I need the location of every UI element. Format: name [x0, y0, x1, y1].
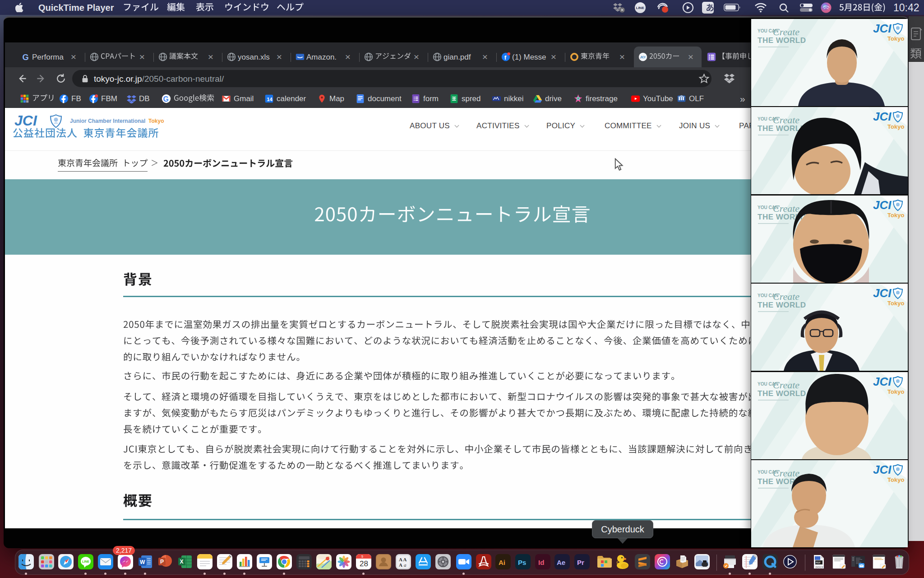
svg-text:Tokyo: Tokyo — [887, 388, 904, 395]
svg-text:G: G — [163, 95, 169, 103]
svg-text:A A: A A — [399, 557, 407, 562]
svg-text:X: X — [180, 559, 184, 565]
svg-text:JCI: JCI — [873, 22, 892, 35]
svg-text:JCI: JCI — [873, 286, 892, 300]
svg-text:JCI: JCI — [873, 198, 892, 212]
svg-text:a: a — [404, 562, 407, 568]
svg-text:Tokyo: Tokyo — [887, 476, 904, 483]
svg-text:JCI: JCI — [873, 463, 892, 476]
svg-text:W: W — [140, 559, 145, 565]
svg-text:THE WORLD: THE WORLD — [758, 301, 806, 309]
svg-text:A: A — [399, 562, 402, 568]
svg-text:JCI: JCI — [873, 375, 892, 388]
svg-text:Ae: Ae — [557, 559, 565, 566]
svg-text:THE WORLD: THE WORLD — [758, 36, 806, 45]
svg-text:Tokyo: Tokyo — [887, 212, 904, 219]
svg-text:Ps: Ps — [518, 559, 526, 566]
svg-text:JCI: JCI — [873, 110, 892, 123]
svg-text:Id: Id — [538, 559, 544, 566]
svg-text:P: P — [160, 559, 164, 565]
svg-text:LINE: LINE — [636, 6, 645, 10]
svg-text:.DOCX: .DOCX — [815, 566, 823, 569]
svg-text:Tokyo: Tokyo — [887, 35, 904, 42]
svg-text:Ai: Ai — [499, 559, 505, 566]
svg-text:5: 5 — [361, 555, 363, 558]
svg-text:Tokyo: Tokyo — [887, 300, 904, 307]
svg-text:14: 14 — [267, 97, 273, 102]
svg-text:Tokyo: Tokyo — [887, 123, 904, 130]
svg-text:JCI: JCI — [640, 55, 646, 59]
svg-text:PDF: PDF — [816, 561, 821, 564]
svg-text:f: f — [504, 54, 507, 61]
svg-text:THE WORLD: THE WORLD — [758, 389, 806, 398]
svg-text:LINE: LINE — [82, 560, 89, 563]
svg-text:28: 28 — [360, 559, 368, 568]
svg-text:G: G — [23, 52, 29, 61]
svg-text:Pr: Pr — [577, 559, 584, 566]
